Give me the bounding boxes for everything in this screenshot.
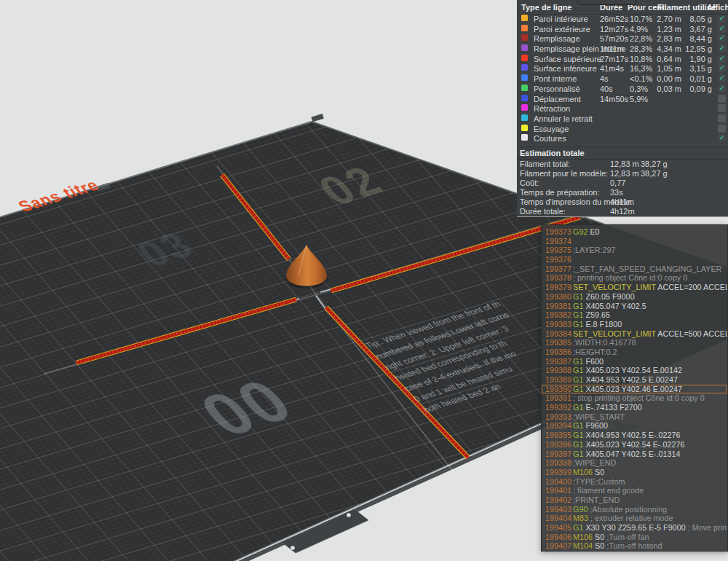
gcode-line[interactable]: 199393;WIPE_START: [542, 412, 727, 422]
filament-weight-value: 12,95 g: [682, 44, 712, 55]
line-type-row: Rétraction: [517, 104, 728, 114]
gcode-token: Z59.65: [583, 310, 610, 319]
gcode-line[interactable]: 199401; filament end gcode: [542, 486, 727, 495]
gcode-line[interactable]: 199375;LAYER:297: [542, 246, 727, 255]
gcode-line[interactable]: 199392G1 E-.74133 F2700: [542, 403, 727, 412]
gcode-line[interactable]: 199376: [542, 255, 727, 264]
gcode-token: E-.74133 F2700: [583, 403, 641, 412]
line-type-label: Personnalisé: [534, 85, 580, 95]
gcode-token: G1: [573, 375, 583, 384]
show-checkbox[interactable]: [718, 95, 726, 103]
show-checkbox[interactable]: ✓: [718, 64, 726, 72]
filament-length-value: 2,70 m: [645, 15, 681, 25]
gcode-line[interactable]: 199406M106 S0 ;Turn-off fan: [542, 533, 727, 542]
gcode-token: ACCEL=500 ACCEL_TO_DECEL=25: [656, 329, 728, 338]
show-checkbox[interactable]: ✓: [718, 25, 726, 33]
show-checkbox[interactable]: [718, 125, 726, 133]
gcode-line[interactable]: 199387G1 F600: [542, 357, 727, 366]
gcode-line-number: 199381: [545, 302, 573, 311]
gcode-line[interactable]: 199389G1 X404.953 Y402.5 E.00247: [542, 375, 727, 385]
gcode-token: X404.953 Y402.5 E.00247: [583, 375, 677, 384]
gcode-line-number: 199384: [545, 329, 573, 339]
gcode-line[interactable]: 199383G1 E.8 F1800: [542, 320, 727, 329]
gcode-line[interactable]: 199384SET_VELOCITY_LIMIT ACCEL=500 ACCEL…: [542, 329, 727, 339]
line-type-row: Annuler le retrait: [517, 114, 728, 125]
gcode-line[interactable]: 199394G1 F9600: [542, 421, 727, 431]
filament-length-value: 1,23 m: [645, 25, 681, 35]
gcode-line[interactable]: 199391; stop printing object Cône id:0 c…: [542, 393, 727, 403]
gcode-line[interactable]: 199379SET_VELOCITY_LIMIT ACCEL=200 ACCEL…: [542, 283, 727, 292]
total-label: Coût:: [520, 178, 539, 188]
gcode-line[interactable]: 199405G1 X30 Y30 Z259.65 E-5 F9000 ; Mov…: [542, 523, 727, 533]
gcode-line[interactable]: 199402;PRINT_END: [542, 495, 727, 505]
show-checkbox[interactable]: [718, 104, 726, 112]
gcode-token: G1: [573, 292, 583, 301]
gcode-line[interactable]: 199388G1 X405.023 Y402.54 E.00142: [542, 366, 727, 375]
gcode-token: ;WIPE_START: [573, 412, 625, 421]
show-checkbox[interactable]: [718, 114, 726, 122]
gcode-line[interactable]: 199380G1 Z60.05 F9000: [542, 292, 727, 302]
show-checkbox[interactable]: ✓: [718, 44, 726, 52]
gcode-line[interactable]: 199390G1 X405.023 Y402.46 E.00247: [542, 385, 727, 394]
gcode-line[interactable]: 199399M106 S0: [542, 468, 727, 477]
gcode-line[interactable]: 199377;_SET_FAN_SPEED_CHANGING_LAYER: [542, 264, 727, 274]
gcode-line-number: 199396: [545, 440, 573, 450]
gcode-token: ;Absolute positionning: [587, 505, 667, 514]
gcode-token: ; Move print head up: [686, 523, 728, 532]
gcode-line[interactable]: 199374: [542, 237, 727, 246]
gcode-line[interactable]: 199396G1 X405.023 Y402.54 E-.02276: [542, 440, 727, 450]
filament-length-value: 1,05 m: [645, 64, 681, 74]
gcode-line[interactable]: 199404M83 ; extruder relative mode: [542, 514, 727, 523]
line-type-swatch: [521, 104, 528, 111]
gcode-line[interactable]: 199398;WIPE_END: [542, 458, 727, 468]
gcode-line[interactable]: 199395G1 X404.953 Y402.5 E-.02276: [542, 431, 727, 440]
line-type-swatch: [521, 55, 528, 61]
gcode-line-number: 199394: [545, 421, 573, 431]
gcode-line-number: 199402: [545, 495, 573, 505]
gcode-line-number: 199373: [545, 227, 573, 237]
line-type-swatch: [521, 44, 528, 51]
gcode-line[interactable]: 199403G90 ;Absolute positionning: [542, 505, 727, 514]
gcode-token: ;LAYER:297: [573, 246, 616, 254]
gcode-token: M106: [573, 533, 593, 541]
gcode-line[interactable]: 199382G1 Z59.65: [542, 310, 727, 320]
gcode-line[interactable]: 199385;WIDTH:0.416778: [542, 338, 727, 348]
gcode-panel: 199373G92 E0199374199375;LAYER:297199376…: [541, 224, 728, 552]
gcode-line[interactable]: 199386;HEIGHT:0.2: [542, 348, 727, 357]
gcode-line[interactable]: 199381G1 X405.047 Y402.5: [542, 302, 727, 311]
show-checkbox[interactable]: ✓: [718, 55, 726, 63]
gcode-token: SET_VELOCITY_LIMIT: [573, 329, 656, 338]
gcode-line[interactable]: 199407M104 S0 ;Turn-off hotend: [542, 541, 727, 551]
gcode-token: G1: [573, 403, 583, 412]
show-checkbox[interactable]: ✓: [718, 134, 726, 142]
gcode-line[interactable]: 199378; printing object Cône id:0 copy 0: [542, 273, 727, 283]
gcode-token: ;_SET_FAN_SPEED_CHANGING_LAYER: [573, 264, 721, 273]
show-checkbox[interactable]: ✓: [718, 15, 726, 23]
gcode-line-number: 199383: [545, 320, 573, 329]
line-type-row: Pont interne4s<0.1%0,00 m0,01 g✓: [517, 74, 728, 85]
gcode-line[interactable]: 199400;TYPE:Custom: [542, 477, 727, 487]
gcode-token: ;Turn-off fan: [604, 533, 649, 541]
show-checkbox[interactable]: ✓: [718, 34, 726, 42]
gcode-token: ; filament end gcode: [573, 486, 644, 495]
show-checkbox[interactable]: ✓: [718, 85, 726, 93]
gcode-token: G1: [573, 421, 583, 430]
show-checkbox[interactable]: ✓: [718, 74, 726, 82]
gcode-token: X404.953 Y402.5 E-.02276: [583, 431, 680, 439]
gcode-line-number: 199399: [545, 468, 573, 477]
total-label: Filament total:: [520, 160, 570, 169]
gcode-line[interactable]: 199397G1 X405.047 Y402.5 E-.01314: [542, 450, 727, 459]
total-value: 33s: [610, 188, 623, 197]
line-type-label: Essuyage: [534, 125, 569, 135]
total-row: Temps d'impression du modèle:4h11m: [517, 197, 728, 207]
gcode-token: X405.023 Y402.54 E-.02276: [583, 440, 684, 449]
gcode-token: G1: [573, 366, 583, 374]
gcode-line[interactable]: 199373G92 E0: [542, 227, 727, 237]
filament-length-value: 0,03 m: [645, 85, 681, 95]
gcode-line-number: 199378: [545, 273, 573, 283]
gcode-line-number: 199382: [545, 310, 573, 320]
line-type-label: Rétraction: [534, 104, 570, 114]
total-value-2: 38,27 g: [641, 169, 668, 178]
panel-collapse-tab[interactable]: [577, 0, 637, 5]
gcode-token: ACCEL=200 ACCEL_TO_DECEL=10: [656, 283, 728, 291]
